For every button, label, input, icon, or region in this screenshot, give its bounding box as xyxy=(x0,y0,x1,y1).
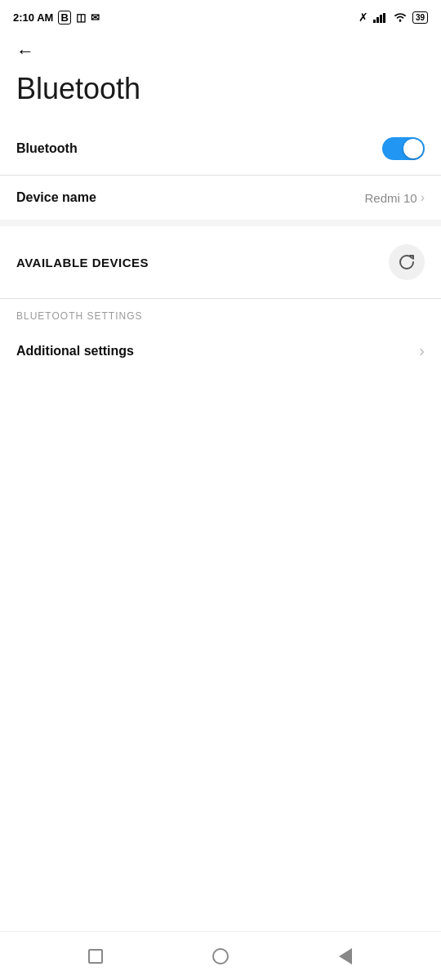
available-devices-section: AVAILABLE DEVICES xyxy=(0,226,441,298)
email-icon: ✉ xyxy=(91,11,100,24)
device-name-row[interactable]: Device name Redmi 10 › xyxy=(0,176,441,220)
svg-point-4 xyxy=(399,20,402,22)
device-name-label: Device name xyxy=(16,190,96,205)
page-title: Bluetooth xyxy=(0,67,441,122)
battery-indicator: 39 xyxy=(412,11,428,24)
additional-settings-label: Additional settings xyxy=(16,344,134,359)
additional-settings-chevron-icon: › xyxy=(419,341,425,360)
bluetooth-toggle-row: Bluetooth xyxy=(0,122,441,175)
section-divider xyxy=(0,220,441,226)
sim-icon: ◫ xyxy=(76,11,86,24)
recent-apps-icon xyxy=(88,949,103,964)
additional-settings-row[interactable]: Additional settings › xyxy=(0,327,441,375)
bluetooth-toggle[interactable] xyxy=(382,137,425,160)
wifi-icon xyxy=(393,11,408,23)
svg-rect-1 xyxy=(376,17,379,23)
b-icon: B xyxy=(58,11,70,24)
status-time: 2:10 AM xyxy=(13,11,53,24)
bottom-navigation xyxy=(0,931,441,980)
bluetooth-icon: ✗ xyxy=(359,11,368,24)
toggle-thumb xyxy=(403,139,423,158)
back-nav-icon xyxy=(339,948,352,964)
status-bar: 2:10 AM B ◫ ✉ ✗ 39 xyxy=(0,0,441,33)
signal-icon xyxy=(373,11,388,23)
back-button[interactable]: ← xyxy=(0,33,441,67)
device-name-chevron-icon: › xyxy=(421,190,425,205)
available-devices-title: AVAILABLE DEVICES xyxy=(16,256,149,270)
status-right-icons: ✗ 39 xyxy=(359,11,428,24)
svg-rect-2 xyxy=(380,15,382,23)
svg-rect-3 xyxy=(383,13,385,23)
home-icon xyxy=(212,948,229,964)
recent-apps-button[interactable] xyxy=(81,942,110,971)
back-nav-button[interactable] xyxy=(331,942,360,971)
status-time-section: 2:10 AM B ◫ ✉ xyxy=(13,11,100,24)
bluetooth-toggle-label: Bluetooth xyxy=(16,141,78,156)
home-button[interactable] xyxy=(206,942,235,971)
refresh-button[interactable] xyxy=(389,244,425,280)
bluetooth-settings-section-label: BLUETOOTH SETTINGS xyxy=(0,299,441,327)
back-arrow-icon: ← xyxy=(16,41,34,61)
device-name-value-area: Redmi 10 › xyxy=(364,190,425,205)
refresh-icon xyxy=(397,252,416,272)
svg-rect-0 xyxy=(373,20,376,23)
device-name-value: Redmi 10 xyxy=(364,191,416,205)
